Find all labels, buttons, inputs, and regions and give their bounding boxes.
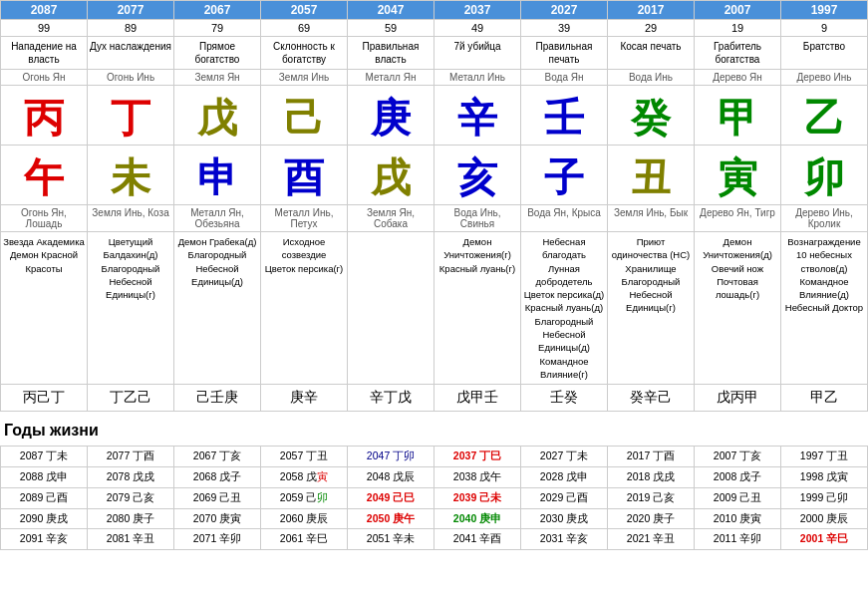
life-cell-r3-c1: 2080 庚子 <box>88 509 174 530</box>
num-cell-9: 9 <box>781 20 868 37</box>
desc-cell-2: Демон Грабека(д)Благородный Небесной Еди… <box>174 232 261 385</box>
year-header-0: 2087 <box>1 1 88 20</box>
small-chars-3: 庚辛 <box>261 385 348 412</box>
title-cell-1: Дух наслаждения <box>88 37 174 70</box>
small-chars-7: 癸辛己 <box>608 385 695 412</box>
life-cell-r1-c4: 2048 戊辰 <box>348 467 434 488</box>
desc-cell-8: Демон Уничтожения(д)Овечий ножПочтовая л… <box>695 232 781 385</box>
title-cell-9: Братство <box>781 37 868 70</box>
life-cell-r1-c8: 2008 戊子 <box>695 467 781 488</box>
elem1-cell-6: Вода Ян <box>521 70 608 86</box>
elem2-cell-4: Земля Ян, Собака <box>348 205 434 232</box>
life-cell-r1-c2: 2068 戊子 <box>174 467 261 488</box>
life-cell-r4-c7: 2021 辛丑 <box>608 529 695 550</box>
life-cell-r2-c3: 2059 己卯 <box>261 488 348 509</box>
top-char-3: 己 <box>261 86 348 146</box>
life-cell-r1-c0: 2088 戊申 <box>1 467 88 488</box>
life-cell-r4-c1: 2081 辛丑 <box>88 529 174 550</box>
life-cell-r4-c2: 2071 辛卯 <box>174 529 261 550</box>
life-cell-r1-c9: 1998 戊寅 <box>781 467 868 488</box>
bot-char-4: 戌 <box>348 146 434 205</box>
life-cell-r0-c8: 2007 丁亥 <box>695 447 781 467</box>
elem2-cell-3: Металл Инь, Петух <box>261 205 348 232</box>
life-cell-r4-c6: 2031 辛亥 <box>521 529 608 550</box>
title-cell-5: 7й убийца <box>434 37 521 70</box>
life-cell-r0-c3: 2057 丁丑 <box>261 447 348 467</box>
top-char-1: 丁 <box>88 86 174 146</box>
life-cell-r2-c2: 2069 己丑 <box>174 488 261 509</box>
bot-char-5: 亥 <box>434 146 521 205</box>
year-header-9: 1997 <box>781 1 868 20</box>
desc-cell-3: Исходное созвездиеЦветок персика(г) <box>261 232 348 385</box>
small-chars-9: 甲乙 <box>781 385 868 412</box>
life-cell-r0-c2: 2067 丁亥 <box>174 447 261 467</box>
life-cell-r2-c4: 2049 己巳 <box>348 488 434 509</box>
year-header-4: 2047 <box>348 1 434 20</box>
life-cell-r0-c6: 2027 丁未 <box>521 447 608 467</box>
top-char-6: 壬 <box>521 86 608 146</box>
life-cell-r2-c9: 1999 己卯 <box>781 488 868 509</box>
life-cell-r2-c7: 2019 己亥 <box>608 488 695 509</box>
top-char-2: 戊 <box>174 86 261 146</box>
title-cell-2: Прямое богатство <box>174 37 261 70</box>
elem2-cell-0: Огонь Ян, Лошадь <box>1 205 88 232</box>
desc-cell-7: Приют одиночества (НС)ХранилищеБлагородн… <box>608 232 695 385</box>
life-cell-r4-c9: 2001 辛巳 <box>781 529 868 550</box>
life-cell-r3-c5: 2040 庚申 <box>434 509 521 530</box>
life-cell-r4-c0: 2091 辛亥 <box>1 529 88 550</box>
num-cell-6: 39 <box>521 20 608 37</box>
life-cell-r3-c8: 2010 庚寅 <box>695 509 781 530</box>
small-chars-5: 戊甲壬 <box>434 385 521 412</box>
num-cell-7: 29 <box>608 20 695 37</box>
year-header-6: 2027 <box>521 1 608 20</box>
num-cell-1: 89 <box>88 20 174 37</box>
life-cell-r2-c1: 2079 己亥 <box>88 488 174 509</box>
life-cell-r2-c0: 2089 己酉 <box>1 488 88 509</box>
life-cell-r3-c6: 2030 庚戌 <box>521 509 608 530</box>
title-cell-6: Правильная печать <box>521 37 608 70</box>
desc-cell-1: Цветущий Балдахин(д)Благородный Небесной… <box>88 232 174 385</box>
life-cell-r4-c8: 2011 辛卯 <box>695 529 781 550</box>
bot-char-2: 申 <box>174 146 261 205</box>
bot-char-8: 寅 <box>695 146 781 205</box>
life-cell-r0-c5: 2037 丁巳 <box>434 447 521 467</box>
life-cell-r3-c0: 2090 庚戌 <box>1 509 88 530</box>
bot-char-3: 酉 <box>261 146 348 205</box>
life-cell-r0-c0: 2087 丁未 <box>1 447 88 467</box>
title-cell-7: Косая печать <box>608 37 695 70</box>
elem2-cell-8: Дерево Ян, Тигр <box>695 205 781 232</box>
life-cell-r2-c6: 2029 己酉 <box>521 488 608 509</box>
elem2-cell-1: Земля Инь, Коза <box>88 205 174 232</box>
small-chars-2: 己壬庚 <box>174 385 261 412</box>
elem1-cell-5: Металл Инь <box>434 70 521 86</box>
bot-char-0: 午 <box>1 146 88 205</box>
life-cell-r1-c6: 2028 戊申 <box>521 467 608 488</box>
small-chars-6: 壬癸 <box>521 385 608 412</box>
top-char-8: 甲 <box>695 86 781 146</box>
life-cell-r0-c1: 2077 丁酉 <box>88 447 174 467</box>
life-cell-r3-c2: 2070 庚寅 <box>174 509 261 530</box>
elem1-cell-9: Дерево Инь <box>781 70 868 86</box>
elem2-cell-6: Вода Ян, Крыса <box>521 205 608 232</box>
num-cell-3: 69 <box>261 20 348 37</box>
life-cell-r1-c3: 2058 戊寅 <box>261 467 348 488</box>
title-cell-4: Правильная власть <box>348 37 434 70</box>
life-cell-r2-c8: 2009 己丑 <box>695 488 781 509</box>
year-header-1: 2077 <box>88 1 174 20</box>
life-cell-r2-c5: 2039 己未 <box>434 488 521 509</box>
desc-cell-4 <box>348 232 434 385</box>
year-header-7: 2017 <box>608 1 695 20</box>
desc-cell-6: Небесная благодатьЛунная добродетельЦвет… <box>521 232 608 385</box>
elem1-cell-8: Дерево Ян <box>695 70 781 86</box>
life-cell-r0-c9: 1997 丁丑 <box>781 447 868 467</box>
title-cell-0: Нападение на власть <box>1 37 88 70</box>
desc-cell-9: Вознаграждение 10 небесных стволов(д)Ком… <box>781 232 868 385</box>
top-char-5: 辛 <box>434 86 521 146</box>
life-cell-r3-c9: 2000 庚辰 <box>781 509 868 530</box>
num-cell-0: 99 <box>1 20 88 37</box>
elem1-cell-4: Металл Ян <box>348 70 434 86</box>
small-chars-8: 戊丙甲 <box>695 385 781 412</box>
life-cell-r0-c7: 2017 丁酉 <box>608 447 695 467</box>
year-header-3: 2057 <box>261 1 348 20</box>
num-cell-4: 59 <box>348 20 434 37</box>
